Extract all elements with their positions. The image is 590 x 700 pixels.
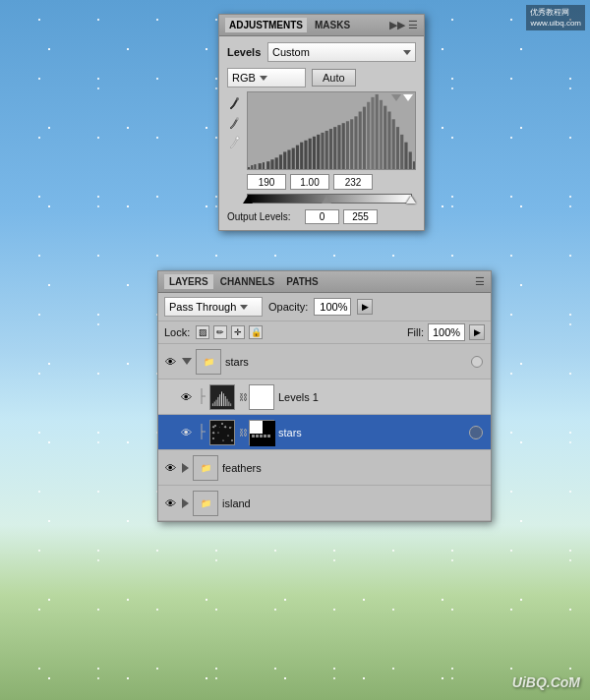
opacity-arrow-btn[interactable]: ▶ — [357, 299, 373, 315]
auto-button[interactable]: Auto — [312, 69, 356, 87]
svg-rect-9 — [270, 159, 273, 169]
layer-visibility-island[interactable]: 👁 — [162, 496, 178, 511]
adjustments-panel-body: Levels Custom RGB Auto — [219, 36, 424, 230]
opacity-input[interactable]: 100% — [314, 298, 351, 316]
svg-rect-18 — [309, 139, 312, 169]
layer-visibility-levels1[interactable]: 👁 — [178, 389, 194, 405]
panel-menu[interactable]: ▶▶ ☰ — [389, 19, 418, 31]
gamma-handle[interactable] — [322, 196, 331, 204]
tab-channels[interactable]: CHANNELS — [215, 274, 280, 289]
svg-rect-5 — [254, 164, 256, 169]
folder-icon-stars: 📁 — [196, 349, 221, 375]
svg-rect-8 — [266, 161, 269, 169]
shadow-handle[interactable] — [243, 196, 253, 204]
svg-rect-19 — [313, 137, 316, 169]
layer-row-levels1[interactable]: 👁 — [158, 379, 491, 415]
svg-rect-50 — [221, 391, 222, 406]
svg-rect-38 — [392, 119, 395, 169]
gray-eyedropper[interactable] — [227, 115, 243, 131]
layer-name-stars-group: stars — [225, 356, 467, 368]
highlight-handle[interactable] — [406, 196, 416, 204]
tab-masks[interactable]: MASKS — [311, 18, 354, 32]
layer-visibility-stars-group[interactable]: 👁 — [162, 354, 178, 370]
svg-point-63 — [231, 439, 233, 441]
lock-label: Lock: — [164, 326, 192, 338]
svg-rect-10 — [275, 157, 278, 169]
output-highlight-input[interactable]: 255 — [343, 209, 378, 224]
shadow-input[interactable]: 190 — [247, 174, 286, 190]
svg-rect-71 — [267, 435, 270, 438]
adjustments-panel: ADJUSTMENTS MASKS ▶▶ ☰ Levels Custom RGB… — [218, 14, 425, 231]
svg-rect-23 — [329, 129, 332, 169]
lock-position[interactable]: ✛ — [231, 325, 245, 339]
black-eyedropper[interactable] — [227, 95, 243, 111]
svg-rect-20 — [317, 135, 320, 169]
lock-pixels[interactable]: ✏ — [213, 325, 227, 339]
fill-label: Fill: — [407, 326, 424, 338]
svg-point-60 — [217, 432, 218, 433]
layers-panel-menu[interactable]: ☰ — [475, 275, 485, 288]
layer-options-icon[interactable] — [471, 356, 483, 368]
lock-all[interactable]: 🔒 — [249, 325, 263, 339]
svg-point-2 — [236, 137, 239, 140]
svg-rect-27 — [346, 121, 349, 169]
group-expand-feathers[interactable] — [182, 463, 189, 473]
svg-rect-28 — [350, 119, 353, 169]
svg-rect-48 — [217, 396, 218, 405]
svg-rect-29 — [354, 116, 357, 169]
lock-transparency[interactable]: ▨ — [196, 325, 209, 339]
layers-controls: Pass Through Opacity: 100% ▶ — [158, 293, 491, 321]
fill-input[interactable]: 100% — [428, 323, 465, 341]
white-eyedropper[interactable] — [227, 135, 243, 150]
svg-point-61 — [227, 435, 228, 436]
svg-rect-4 — [251, 165, 253, 169]
opacity-label: Opacity: — [268, 301, 308, 313]
layer-row-stars[interactable]: 👁 — [158, 415, 491, 450]
svg-rect-32 — [367, 102, 370, 169]
layers-panel-header: LAYERS CHANNELS PATHS ☰ — [158, 271, 491, 293]
layer-visibility-feathers[interactable]: 👁 — [162, 460, 178, 476]
layers-panel: LAYERS CHANNELS PATHS ☰ Pass Through Opa… — [157, 270, 492, 522]
stars-options[interactable] — [469, 426, 483, 439]
svg-rect-45 — [212, 403, 213, 406]
svg-rect-22 — [325, 131, 328, 169]
layer-name-levels1: Levels 1 — [278, 391, 487, 403]
svg-rect-37 — [387, 112, 390, 170]
tab-layers[interactable]: LAYERS — [164, 274, 213, 289]
tab-paths[interactable]: PATHS — [281, 274, 323, 289]
group-expand-island[interactable] — [182, 498, 189, 508]
svg-rect-36 — [384, 106, 386, 169]
stars-mask-thumbnail[interactable] — [249, 420, 274, 445]
svg-rect-54 — [228, 401, 229, 406]
tab-adjustments[interactable]: ADJUSTMENTS — [225, 18, 307, 32]
preset-dropdown[interactable]: Custom — [267, 42, 416, 62]
svg-rect-51 — [223, 393, 224, 406]
channel-dropdown[interactable]: RGB — [227, 68, 306, 88]
svg-point-64 — [222, 439, 223, 440]
layer-row-stars-group[interactable]: 👁 📁 stars — [158, 344, 491, 379]
svg-rect-30 — [359, 112, 362, 170]
fill-arrow-btn[interactable]: ▶ — [469, 324, 485, 340]
svg-rect-56 — [210, 421, 235, 445]
layer-name-island: island — [222, 497, 487, 509]
output-row: Output Levels: 0 255 — [227, 209, 416, 224]
svg-rect-55 — [230, 403, 231, 406]
layer-visibility-stars[interactable]: 👁 — [178, 425, 194, 440]
svg-rect-46 — [214, 401, 215, 406]
svg-point-0 — [236, 97, 239, 100]
layer-row-feathers[interactable]: 👁 📁 feathers — [158, 450, 491, 486]
layer-row-island[interactable]: 👁 📁 island — [158, 486, 491, 521]
levels1-mask[interactable] — [249, 384, 274, 410]
svg-rect-70 — [264, 435, 266, 438]
svg-rect-3 — [248, 167, 250, 169]
svg-rect-31 — [363, 107, 366, 169]
group-expand-stars[interactable] — [182, 358, 192, 365]
svg-rect-42 — [409, 151, 412, 169]
blend-mode-dropdown[interactable]: Pass Through — [164, 297, 263, 317]
highlight-input[interactable]: 232 — [333, 174, 373, 190]
channel-dropdown-arrow — [260, 76, 267, 81]
svg-point-1 — [236, 117, 239, 120]
output-shadow-input[interactable]: 0 — [305, 209, 339, 224]
svg-rect-17 — [304, 141, 307, 169]
gamma-input[interactable]: 1.00 — [290, 174, 329, 190]
